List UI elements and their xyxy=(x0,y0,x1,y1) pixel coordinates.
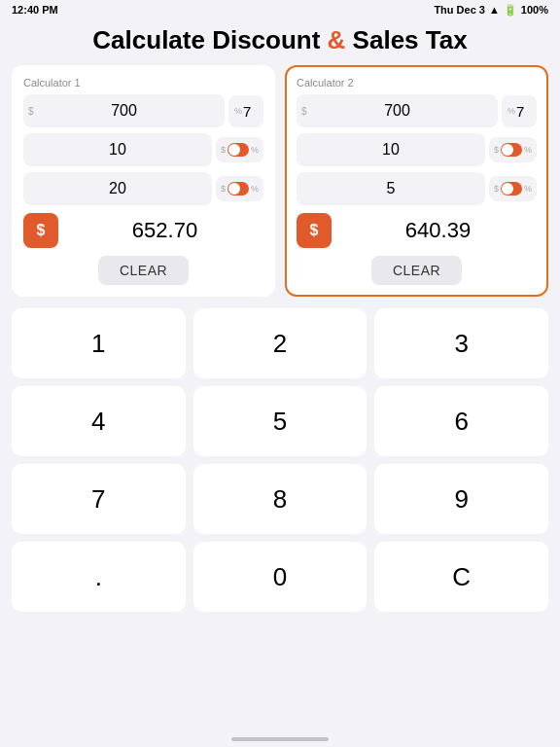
calc2-price-input[interactable]: $ 700 xyxy=(297,94,498,127)
calc1-clear-button[interactable]: CLEAR xyxy=(98,256,189,285)
wifi-icon: ▲ xyxy=(489,4,500,16)
calc1-discount2-value: 20 xyxy=(109,180,126,196)
calc2-dollar-button[interactable]: $ xyxy=(297,213,332,248)
calc1-discount2-input[interactable]: 20 xyxy=(23,172,212,205)
numpad-grid: 123456789.0C xyxy=(12,308,548,612)
calc1-percent-value: 7 xyxy=(243,103,251,120)
numpad-key-1[interactable]: 1 xyxy=(12,308,186,378)
calc2-clear-button[interactable]: CLEAR xyxy=(371,256,462,285)
battery-icon: 🔋 xyxy=(504,4,517,17)
calc1-discount1-value: 10 xyxy=(109,141,126,158)
calc2-percent-value: 7 xyxy=(516,103,524,120)
calc2-result-value: 640.39 xyxy=(339,218,537,243)
calc1-discount2-row: 20 $ % xyxy=(23,172,263,205)
calc2-percent-input[interactable]: % 7 xyxy=(502,95,537,127)
battery-percent: 100% xyxy=(521,4,548,16)
calc1-toggle2[interactable]: $ % xyxy=(216,176,263,201)
calc1-dollar-button[interactable]: $ xyxy=(23,213,58,248)
calc2-discount1-row: 10 $ % xyxy=(297,133,537,166)
title-part2: Sales Tax xyxy=(345,25,467,54)
numpad-key-9[interactable]: 9 xyxy=(374,464,548,534)
numpad-key-4[interactable]: 4 xyxy=(12,386,186,456)
calc1-discount1-input[interactable]: 10 xyxy=(23,133,212,166)
calc2-toggle1-dollar: $ xyxy=(494,145,499,155)
calc1-toggle2-dollar: $ xyxy=(221,184,226,194)
calc2-toggle1[interactable]: $ % xyxy=(489,137,537,162)
status-bar: 12:40 PM Thu Dec 3 ▲ 🔋 100% xyxy=(0,0,560,19)
calc2-toggle2[interactable]: $ % xyxy=(489,176,537,201)
calc1-percent-prefix: % xyxy=(234,106,242,116)
calc1-result-row: $ 652.70 xyxy=(23,213,263,248)
calc2-discount2-value: 5 xyxy=(387,180,396,196)
calc1-toggle1-dot[interactable] xyxy=(228,143,249,157)
calc1-toggle2-dot[interactable] xyxy=(228,182,249,196)
calc2-toggle2-percent: % xyxy=(524,184,532,194)
calc2-price-value: 700 xyxy=(384,102,410,119)
numpad-key-2[interactable]: 2 xyxy=(193,308,368,378)
calc2-discount1-input[interactable]: 10 xyxy=(297,133,485,166)
calc1-result-value: 652.70 xyxy=(66,218,263,243)
calc1-percent-input[interactable]: % 7 xyxy=(228,95,263,127)
calc2-discount2-input[interactable]: 5 xyxy=(297,172,485,205)
status-right: Thu Dec 3 ▲ 🔋 100% xyxy=(434,4,548,17)
status-time: 12:40 PM xyxy=(12,4,58,16)
calculator-2: Calculator 2 $ 700 % 7 10 $ % xyxy=(285,65,548,297)
calc1-toggle2-percent: % xyxy=(251,184,259,194)
calculator-1: Calculator 1 $ 700 % 7 10 $ % xyxy=(12,65,275,297)
calc2-percent-prefix: % xyxy=(508,106,515,116)
status-date: Thu Dec 3 xyxy=(434,4,485,16)
calc2-price-prefix: $ xyxy=(301,106,307,117)
calculators-row: Calculator 1 $ 700 % 7 10 $ % xyxy=(0,65,560,297)
calc1-price-value: 700 xyxy=(111,102,137,119)
numpad-key-5[interactable]: 5 xyxy=(193,386,368,456)
calc1-price-input[interactable]: $ 700 xyxy=(23,94,225,127)
calc2-toggle2-dot[interactable] xyxy=(501,182,522,196)
calculator-1-label: Calculator 1 xyxy=(23,77,263,89)
numpad-key-8[interactable]: 8 xyxy=(193,464,368,534)
calc1-price-prefix: $ xyxy=(28,106,34,117)
home-indicator xyxy=(231,737,329,741)
numpad-key-dot[interactable]: . xyxy=(12,542,186,612)
numpad-key-6[interactable]: 6 xyxy=(374,386,548,456)
calc1-toggle1-percent: % xyxy=(251,145,259,155)
numpad-key-3[interactable]: 3 xyxy=(374,308,548,378)
calculator-2-label: Calculator 2 xyxy=(297,77,537,89)
calc2-discount1-value: 10 xyxy=(382,141,400,158)
calc1-price-row: $ 700 % 7 xyxy=(23,94,263,127)
numpad-key-7[interactable]: 7 xyxy=(12,464,186,534)
page-title: Calculate Discount & Sales Tax xyxy=(0,19,560,65)
numpad-key-clear[interactable]: C xyxy=(374,542,548,612)
calc2-toggle1-dot[interactable] xyxy=(501,143,522,157)
title-ampersand: & xyxy=(328,25,346,54)
calc1-toggle1-dollar: $ xyxy=(221,145,226,155)
title-part1: Calculate Discount xyxy=(92,25,327,54)
numpad: 123456789.0C xyxy=(0,308,560,612)
calc1-discount1-row: 10 $ % xyxy=(23,133,263,166)
calc2-toggle2-dollar: $ xyxy=(494,184,499,194)
numpad-key-0[interactable]: 0 xyxy=(193,542,368,612)
calc2-price-row: $ 700 % 7 xyxy=(297,94,537,127)
calc2-discount2-row: 5 $ % xyxy=(297,172,537,205)
calc2-result-row: $ 640.39 xyxy=(297,213,537,248)
calc2-toggle1-percent: % xyxy=(524,145,532,155)
calc1-toggle1[interactable]: $ % xyxy=(216,137,263,162)
